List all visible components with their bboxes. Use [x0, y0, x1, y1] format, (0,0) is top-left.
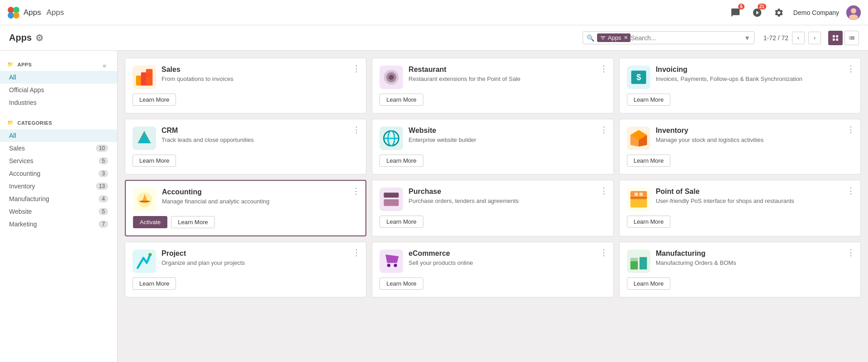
app-menu-crm[interactable]: ⋮ [352, 125, 360, 135]
app-menu-sales[interactable]: ⋮ [352, 64, 360, 74]
app-menu-project[interactable]: ⋮ [352, 248, 360, 258]
app-menu-accounting[interactable]: ⋮ [352, 186, 360, 196]
sidebar-item-all-apps-label: All [9, 74, 16, 81]
app-menu-pos[interactable]: ⋮ [847, 186, 855, 196]
sidebar-item-industries[interactable]: Industries [0, 96, 117, 109]
settings-button[interactable] [772, 5, 786, 20]
invoicing-name: Invoicing [656, 66, 853, 74]
app-card-restaurant[interactable]: ⋮ Restaurant Restaurant extensions for t… [372, 58, 613, 113]
purchase-learn-more-button[interactable]: Learn More [379, 216, 423, 228]
accounting-info: Accounting Manage financial and analytic… [162, 188, 358, 206]
inventory-learn-more-button[interactable]: Learn More [627, 155, 670, 167]
sidebar-category-services[interactable]: Services 5 [0, 155, 117, 167]
sidebar-category-all[interactable]: All [0, 129, 117, 142]
app-menu-inventory[interactable]: ⋮ [847, 125, 855, 135]
sidebar-category-inventory[interactable]: Inventory 13 [0, 180, 117, 193]
svg-point-33 [394, 264, 397, 267]
pos-icon [627, 188, 650, 211]
app-card-pos[interactable]: ⋮ Point of Sale User-friendly PoS [619, 180, 861, 236]
app-card-accounting[interactable]: ⋮ Accounting Manage financial and analyt… [125, 180, 366, 236]
next-page-button[interactable]: › [808, 32, 821, 44]
app-card-website[interactable]: ⋮ Website Enterprise website builder [372, 119, 613, 174]
sidebar-categories-section: 📁 CATEGORIES [0, 116, 117, 129]
activities-button[interactable]: 21 [750, 5, 764, 20]
sidebar-category-accounting-label: Accounting [9, 170, 40, 177]
app-menu-restaurant[interactable]: ⋮ [600, 64, 608, 74]
sidebar-category-accounting[interactable]: Accounting 3 [0, 167, 117, 180]
app-menu-website[interactable]: ⋮ [600, 125, 608, 135]
app-menu-ecommerce[interactable]: ⋮ [600, 248, 608, 258]
app-card-invoicing[interactable]: ⋮ $ Invoicing Invoices, Payments, Follow… [619, 58, 861, 113]
app-menu-purchase[interactable]: ⋮ [600, 186, 608, 196]
app-card-ecommerce[interactable]: ⋮ eCommerce Sell your products online [372, 242, 613, 297]
sidebar-category-website[interactable]: Website 5 [0, 205, 117, 218]
svg-rect-34 [630, 261, 638, 269]
app-menu-manufacturing[interactable]: ⋮ [847, 248, 855, 258]
website-desc: Enterprise website builder [408, 136, 606, 144]
crm-learn-more-button[interactable]: Learn More [133, 155, 176, 167]
pos-info: Point of Sale User-friendly PoS interfac… [656, 188, 853, 205]
prev-page-button[interactable]: ‹ [792, 32, 805, 44]
search-input[interactable] [631, 34, 742, 42]
invoicing-learn-more-button[interactable]: Learn More [627, 94, 670, 106]
sidebar-category-manufacturing-count: 4 [99, 195, 108, 202]
restaurant-learn-more-button[interactable]: Learn More [379, 94, 423, 106]
ecommerce-icon [379, 249, 403, 273]
pos-actions: Learn More [627, 216, 853, 228]
settings-gear-icon[interactable]: ⚙ [35, 33, 43, 43]
sidebar-category-sales-count: 10 [96, 145, 108, 152]
nav-section-name: Apps [47, 8, 64, 17]
sidebar-item-official-apps-label: Official Apps [9, 86, 44, 94]
app-card-crm[interactable]: ⋮ CRM Track leads and close opportunitie… [125, 119, 366, 174]
filter-close-icon[interactable]: ✕ [624, 35, 628, 41]
search-icon: 🔍 [587, 34, 594, 42]
messages-button[interactable]: 6 [728, 5, 743, 20]
odoo-logo[interactable] [7, 6, 20, 19]
svg-rect-9 [146, 69, 153, 86]
svg-rect-29 [634, 193, 637, 196]
pos-learn-more-button[interactable]: Learn More [627, 216, 670, 228]
app-card-project[interactable]: ⋮ Project Organize and plan your project… [125, 242, 366, 297]
view-toggle [828, 31, 859, 45]
sidebar-category-manufacturing[interactable]: Manufacturing 4 [0, 193, 117, 205]
accounting-desc: Manage financial and analytic accounting [162, 197, 358, 206]
sidebar-category-sales[interactable]: Sales 10 [0, 142, 117, 155]
project-learn-more-button[interactable]: Learn More [133, 277, 176, 290]
app-card-accounting-header: Accounting Manage financial and analytic… [133, 188, 358, 212]
app-card-inventory[interactable]: ⋮ Inventory Manage your stock and logist… [619, 119, 861, 174]
filter-badge[interactable]: Apps ✕ [597, 33, 631, 42]
ecommerce-desc: Sell your products online [408, 259, 606, 267]
app-card-restaurant-header: Restaurant Restaurant extensions for the… [379, 66, 606, 89]
grid-view-button[interactable] [828, 31, 843, 45]
app-card-manufacturing[interactable]: ⋮ Manufacturing Manufacturing Orders & B… [619, 242, 861, 297]
ecommerce-learn-more-button[interactable]: Learn More [379, 277, 423, 290]
app-menu-invoicing[interactable]: ⋮ [847, 64, 855, 74]
svg-rect-35 [639, 257, 647, 270]
sidebar-collapse-button[interactable]: « [103, 60, 112, 69]
sales-learn-more-button[interactable]: Learn More [133, 94, 176, 106]
app-card-sales[interactable]: ⋮ Sales From quotations to invoices [125, 58, 366, 113]
sidebar-item-all-apps[interactable]: All [0, 71, 117, 84]
company-name[interactable]: Demo Company [793, 9, 839, 16]
accounting-learn-more-button[interactable]: Learn More [171, 216, 214, 228]
filter-label: Apps [608, 34, 621, 41]
list-view-button[interactable] [844, 31, 859, 45]
sidebar-category-services-count: 5 [99, 157, 108, 165]
sidebar-category-marketing-label: Marketing [9, 221, 37, 228]
app-card-manufacturing-header: Manufacturing Manufacturing Orders & BOM… [627, 249, 853, 273]
sidebar-item-official-apps[interactable]: Official Apps [0, 84, 117, 96]
pos-desc: User-friendly PoS interface for shops an… [656, 197, 853, 205]
app-card-purchase[interactable]: ⋮ Purchase Purchase orders, tenders and … [372, 180, 613, 236]
search-dropdown-icon[interactable]: ▼ [744, 34, 750, 42]
website-learn-more-button[interactable]: Learn More [379, 155, 423, 167]
manufacturing-learn-more-button[interactable]: Learn More [627, 277, 670, 290]
sidebar-category-marketing[interactable]: Marketing 7 [0, 218, 117, 230]
svg-point-3 [13, 12, 19, 19]
sidebar-category-website-label: Website [9, 208, 32, 215]
accounting-activate-button[interactable]: Activate [133, 216, 167, 228]
inventory-desc: Manage your stock and logistics activiti… [656, 136, 853, 144]
sidebar: 📁 APPS « All Official Apps Industries 📁 … [0, 51, 118, 362]
search-bar[interactable]: 🔍 Apps ✕ ▼ [583, 31, 754, 44]
user-avatar[interactable] [846, 5, 861, 20]
sidebar-apps-section: 📁 APPS [0, 58, 39, 71]
